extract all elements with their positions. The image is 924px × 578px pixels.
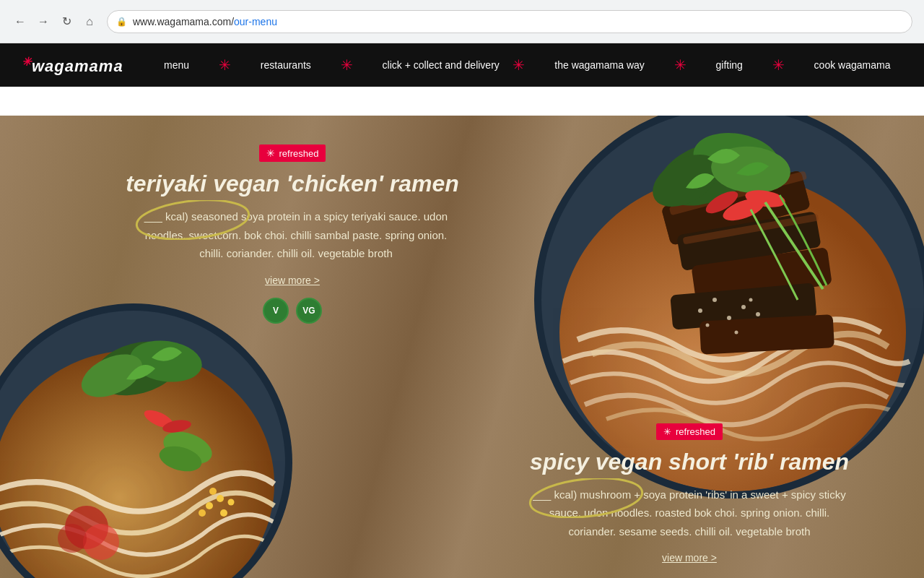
- view-more-link-2[interactable]: view more >: [513, 552, 866, 564]
- nav-sep-4: ✳: [674, 56, 687, 74]
- browser-chrome: ← → ↻ ⌂ 🔒 www.wagamama.com/our-menu: [0, 0, 924, 43]
- lock-icon: 🔒: [116, 17, 127, 27]
- navigation-bar: ✳wagamama menu ✳ restaurants ✳ click + c…: [0, 43, 924, 87]
- svg-point-39: [206, 502, 213, 509]
- view-more-link-1[interactable]: view more >: [112, 275, 473, 286]
- dish2-title: spicy vegan short 'rib' ramen: [513, 449, 866, 475]
- svg-point-19: [698, 309, 702, 313]
- svg-point-48: [528, 478, 645, 518]
- svg-point-22: [741, 305, 746, 309]
- svg-rect-9: [699, 314, 834, 355]
- badge-star-1: ✳: [266, 147, 275, 159]
- badge-star-2: ✳: [663, 426, 671, 437]
- url-text: www.wagamama.com/our-menu: [133, 16, 277, 27]
- diet-badges: V VG: [112, 298, 473, 324]
- nav-sep-5: ✳: [772, 56, 785, 74]
- svg-point-40: [217, 495, 224, 502]
- nav-item-restaurants[interactable]: restaurants: [261, 59, 311, 71]
- svg-point-21: [727, 316, 731, 320]
- nav-sep-2: ✳: [341, 56, 353, 74]
- dish2-content: ✳ refreshed spicy vegan short 'rib' rame…: [513, 423, 866, 564]
- url-static: www.wagamama.com/: [133, 16, 234, 27]
- nav-sep-3: ✳: [513, 56, 525, 74]
- dish2-description-wrapper: ___ kcal) mushroom + soya protein 'ribs'…: [513, 486, 866, 541]
- url-highlight: our-menu: [234, 16, 277, 27]
- main-content: ✳ refreshed teriyaki vegan 'chicken' ram…: [0, 116, 924, 578]
- svg-point-23: [756, 312, 760, 316]
- v-badge: V: [263, 298, 289, 324]
- back-button[interactable]: ←: [12, 13, 29, 30]
- nav-sep-1: ✳: [219, 56, 231, 74]
- address-bar[interactable]: 🔒 www.wagamama.com/our-menu: [107, 10, 912, 33]
- refreshed-badge-1: ✳ refreshed: [259, 144, 326, 162]
- refreshed-badge-2: ✳ refreshed: [656, 423, 723, 440]
- reload-button[interactable]: ↻: [58, 13, 75, 30]
- white-spacer: [0, 87, 924, 116]
- nav-buttons: ← → ↻ ⌂: [12, 13, 98, 30]
- svg-point-44: [228, 499, 235, 506]
- home-button[interactable]: ⌂: [81, 13, 98, 30]
- badge-label-1: refreshed: [279, 148, 319, 159]
- logo[interactable]: ✳wagamama: [22, 54, 123, 75]
- svg-point-24: [706, 324, 710, 327]
- nav-item-click-collect[interactable]: click + collect and delivery: [383, 59, 484, 71]
- dish1-title: teriyaki vegan 'chicken' ramen: [112, 171, 473, 197]
- nav-item-cook[interactable]: cook wagamama: [814, 59, 891, 71]
- svg-point-20: [712, 298, 717, 302]
- nav-links: menu ✳ restaurants ✳ click + collect and…: [152, 56, 902, 74]
- svg-point-26: [749, 298, 753, 302]
- svg-point-25: [735, 331, 738, 335]
- forward-button[interactable]: →: [35, 13, 52, 30]
- svg-point-42: [220, 509, 227, 517]
- badge-label-2: refreshed: [676, 426, 715, 437]
- calorie-ellipse-1: [134, 200, 253, 240]
- svg-point-43: [199, 509, 206, 517]
- svg-point-32: [83, 524, 119, 560]
- nav-item-wagamama-way[interactable]: the wagamama way: [554, 59, 645, 71]
- dish1-content: ✳ refreshed teriyaki vegan 'chicken' ram…: [112, 144, 473, 324]
- svg-point-41: [209, 488, 217, 495]
- dish1-description-wrapper: ___ kcal) seasoned soya protein in a spi…: [112, 207, 473, 263]
- svg-point-33: [58, 524, 87, 553]
- vg-badge: VG: [296, 298, 322, 324]
- svg-point-47: [135, 200, 251, 240]
- calorie-ellipse-2: [527, 478, 646, 518]
- logo-text: ✳wagamama: [22, 57, 123, 75]
- nav-item-gifting[interactable]: gifting: [716, 59, 743, 71]
- nav-item-menu[interactable]: menu: [164, 59, 189, 71]
